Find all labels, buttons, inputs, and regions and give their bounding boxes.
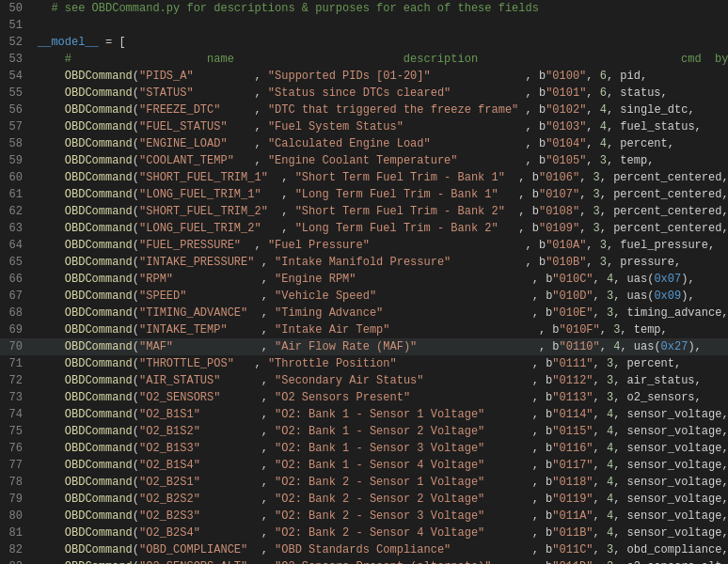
line-number: 50 [0, 0, 34, 17]
line-number: 81 [0, 525, 34, 541]
line-number: 55 [0, 85, 34, 102]
line-number: 77 [0, 457, 34, 474]
line-content: OBDCommand("FREEZE_DTC" , "DTC that trig… [34, 102, 728, 118]
code-line: 78 OBDCommand("O2_B2S1" , "O2: Bank 2 - … [0, 474, 728, 491]
code-line: 60 OBDCommand("SHORT_FUEL_TRIM_1" , "Sho… [0, 169, 728, 186]
line-content: OBDCommand("INTAKE_TEMP" , "Intake Air T… [34, 321, 728, 338]
line-content: OBDCommand("INTAKE_PRESSURE" , "Intake M… [34, 254, 728, 271]
line-number: 75 [0, 423, 34, 440]
code-line: 64 OBDCommand("FUEL_PRESSURE" , "Fuel Pr… [0, 237, 728, 254]
code-line: 77 OBDCommand("O2_B1S4" , "O2: Bank 1 - … [0, 457, 728, 474]
code-line: 55 OBDCommand("STATUS" , "Status since D… [0, 85, 728, 102]
line-number: 63 [0, 220, 34, 237]
line-content: OBDCommand("O2_B1S2" , "O2: Bank 1 - Sen… [34, 423, 728, 440]
line-number: 71 [0, 355, 34, 372]
code-line: 66 OBDCommand("RPM" , "Engine RPM" , b"0… [0, 271, 728, 288]
line-content: OBDCommand("O2_B1S3" , "O2: Bank 1 - Sen… [34, 440, 728, 457]
line-content: OBDCommand("O2_SENSORS" , "O2 Sensors Pr… [34, 389, 728, 406]
code-line: 75 OBDCommand("O2_B1S2" , "O2: Bank 1 - … [0, 423, 728, 440]
line-number: 57 [0, 118, 34, 135]
line-number: 79 [0, 491, 34, 508]
code-line: 54 OBDCommand("PIDS_A" , "Supported PIDs… [0, 68, 728, 85]
line-content: OBDCommand("COOLANT_TEMP" , "Engine Cool… [34, 152, 728, 169]
code-line: 62 OBDCommand("SHORT_FUEL_TRIM_2" , "Sho… [0, 203, 728, 220]
code-line: 53 # name description cmd bytes decoder [0, 51, 728, 68]
line-content: OBDCommand("O2_B2S1" , "O2: Bank 2 - Sen… [34, 474, 728, 491]
code-line: 74 OBDCommand("O2_B1S1" , "O2: Bank 1 - … [0, 406, 728, 423]
code-line: 71 OBDCommand("THROTTLE_POS" , "Throttle… [0, 355, 728, 372]
line-number: 58 [0, 135, 34, 152]
line-content: OBDCommand("LONG_FUEL_TRIM_2" , "Long Te… [34, 220, 728, 237]
code-line: 69 OBDCommand("INTAKE_TEMP" , "Intake Ai… [0, 321, 728, 338]
line-content: OBDCommand("AIR_STATUS" , "Secondary Air… [34, 372, 728, 389]
line-content: # see OBDCommand.py for descriptions & p… [34, 0, 728, 17]
line-content: OBDCommand("O2_B1S1" , "O2: Bank 1 - Sen… [34, 406, 728, 423]
line-content: OBDCommand("MAF" , "Air Flow Rate (MAF)"… [34, 338, 728, 355]
line-content: OBDCommand("SPEED" , "Vehicle Speed" , b… [34, 288, 728, 305]
line-number: 69 [0, 321, 34, 338]
line-number: 72 [0, 372, 34, 389]
line-content: OBDCommand("LONG_FUEL_TRIM_1" , "Long Te… [34, 186, 728, 203]
code-line: 63 OBDCommand("LONG_FUEL_TRIM_2" , "Long… [0, 220, 728, 237]
line-number: 61 [0, 186, 34, 203]
code-line: 65 OBDCommand("INTAKE_PRESSURE" , "Intak… [0, 254, 728, 271]
line-number: 76 [0, 440, 34, 457]
line-content: OBDCommand("O2_B1S4" , "O2: Bank 1 - Sen… [34, 457, 728, 474]
code-line: 57 OBDCommand("FUEL_STATUS" , "Fuel Syst… [0, 118, 728, 135]
line-content: OBDCommand("O2_B2S4" , "O2: Bank 2 - Sen… [34, 525, 728, 541]
line-content: OBDCommand("O2_B2S2" , "O2: Bank 2 - Sen… [34, 491, 728, 508]
line-content: OBDCommand("RPM" , "Engine RPM" , b"010C… [34, 271, 728, 288]
code-line: 79 OBDCommand("O2_B2S2" , "O2: Bank 2 - … [0, 491, 728, 508]
line-number: 60 [0, 169, 34, 186]
line-number: 68 [0, 305, 34, 321]
code-line: 76 OBDCommand("O2_B1S3" , "O2: Bank 1 - … [0, 440, 728, 457]
code-line: 83 OBDCommand("O2_SENSORS_ALT" , "O2 Sen… [0, 558, 728, 564]
line-content: OBDCommand("ENGINE_LOAD" , "Calculated E… [34, 135, 728, 152]
line-number: 80 [0, 508, 34, 525]
code-line: 68 OBDCommand("TIMING_ADVANCE" , "Timing… [0, 305, 728, 321]
line-number: 73 [0, 389, 34, 406]
line-number: 83 [0, 558, 34, 564]
code-line: 58 OBDCommand("ENGINE_LOAD" , "Calculate… [0, 135, 728, 152]
code-line: 51 [0, 17, 728, 34]
line-content: OBDCommand("O2_B2S3" , "O2: Bank 2 - Sen… [34, 508, 728, 525]
line-number: 67 [0, 288, 34, 305]
code-line: 61 OBDCommand("LONG_FUEL_TRIM_1" , "Long… [0, 186, 728, 203]
line-content: OBDCommand("O2_SENSORS_ALT" , "O2 Sensor… [34, 558, 728, 564]
code-line: 80 OBDCommand("O2_B2S3" , "O2: Bank 2 - … [0, 508, 728, 525]
line-content: OBDCommand("OBD_COMPLIANCE" , "OBD Stand… [34, 541, 728, 558]
line-content: __model__ = [ [34, 34, 728, 51]
line-content: OBDCommand("SHORT_FUEL_TRIM_1" , "Short … [34, 169, 728, 186]
code-editor: 50 # see OBDCommand.py for descriptions … [0, 0, 728, 564]
code-line: 59 OBDCommand("COOLANT_TEMP" , "Engine C… [0, 152, 728, 169]
line-content [34, 17, 728, 34]
line-number: 56 [0, 102, 34, 118]
line-number: 59 [0, 152, 34, 169]
code-line: 50 # see OBDCommand.py for descriptions … [0, 0, 728, 17]
code-line: 72 OBDCommand("AIR_STATUS" , "Secondary … [0, 372, 728, 389]
code-line: 81 OBDCommand("O2_B2S4" , "O2: Bank 2 - … [0, 525, 728, 541]
line-content: OBDCommand("FUEL_STATUS" , "Fuel System … [34, 118, 728, 135]
line-number: 62 [0, 203, 34, 220]
line-number: 51 [0, 17, 34, 34]
line-number: 64 [0, 237, 34, 254]
line-content: OBDCommand("FUEL_PRESSURE" , "Fuel Press… [34, 237, 728, 254]
code-line: 70 OBDCommand("MAF" , "Air Flow Rate (MA… [0, 338, 728, 355]
line-number: 74 [0, 406, 34, 423]
line-number: 53 [0, 51, 34, 68]
line-number: 66 [0, 271, 34, 288]
line-number: 70 [0, 338, 34, 355]
line-content: OBDCommand("PIDS_A" , "Supported PIDs [0… [34, 68, 728, 85]
line-content: OBDCommand("STATUS" , "Status since DTCs… [34, 85, 728, 102]
code-line: 56 OBDCommand("FREEZE_DTC" , "DTC that t… [0, 102, 728, 118]
code-line: 67 OBDCommand("SPEED" , "Vehicle Speed" … [0, 288, 728, 305]
code-lines: 50 # see OBDCommand.py for descriptions … [0, 0, 728, 564]
code-line: 52__model__ = [ [0, 34, 728, 51]
line-content: # name description cmd bytes decoder [34, 51, 728, 68]
line-number: 52 [0, 34, 34, 51]
line-number: 65 [0, 254, 34, 271]
line-number: 54 [0, 68, 34, 85]
line-content: OBDCommand("THROTTLE_POS" , "Throttle Po… [34, 355, 728, 372]
line-content: OBDCommand("TIMING_ADVANCE" , "Timing Ad… [34, 305, 728, 321]
line-number: 82 [0, 541, 34, 558]
